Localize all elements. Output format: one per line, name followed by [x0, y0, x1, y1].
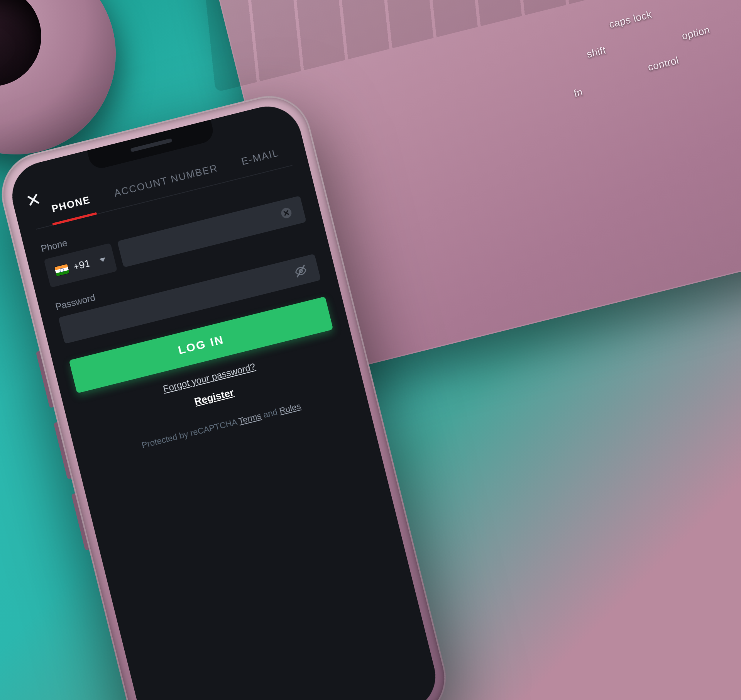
login-screen: ✕ PHONE ACCOUNT NUMBER E-MAIL Phone [5, 99, 366, 466]
terms-link[interactable]: Terms [238, 411, 262, 426]
india-flag-icon [54, 264, 69, 276]
country-code-text: +91 [72, 257, 91, 273]
clear-icon [279, 205, 294, 220]
chevron-down-icon [99, 257, 106, 263]
scene: caps lock option shift control fn ✕ PHON… [0, 0, 741, 700]
eye-off-icon [293, 264, 308, 279]
rules-link[interactable]: Rules [278, 401, 302, 416]
legal-prefix: Protected by reCAPTCHA [140, 417, 240, 450]
tab-email[interactable]: E-MAIL [237, 138, 284, 177]
register-link[interactable]: Register [193, 386, 235, 407]
tab-phone[interactable]: PHONE [47, 185, 96, 224]
legal-and: and [260, 407, 281, 420]
